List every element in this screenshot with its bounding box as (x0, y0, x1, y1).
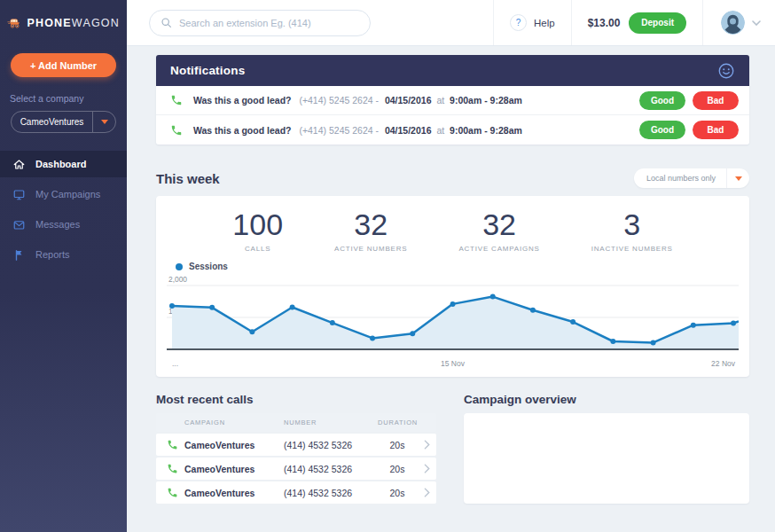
home-icon (12, 158, 26, 171)
campaign-overview-title: Campaign overview (464, 393, 749, 406)
stat-label: ACTIVE NUMBERS (334, 245, 407, 253)
call-row[interactable]: CameoVentures (414) 4532 5326 20s (156, 434, 436, 456)
campaign-overview-card (464, 413, 749, 504)
call-number: (414) 4532 5326 (284, 488, 378, 498)
help-button[interactable]: ? Help (493, 0, 571, 45)
call-row[interactable]: CameoVentures (414) 4532 5326 20s (156, 458, 436, 480)
company-select-value: CameoVentures (12, 117, 92, 127)
x-tick-label: 15 Nov (441, 359, 465, 368)
chart-legend: Sessions (176, 262, 740, 271)
chevron-right-icon[interactable] (424, 488, 430, 497)
sessions-chart-svg: 1,0002,000 (167, 273, 739, 358)
search-input[interactable] (179, 18, 359, 28)
sidebar-item-label: Messages (35, 219, 80, 230)
filter-caret (726, 168, 749, 188)
sidebar-nav: Dashboard My Campaigns Messages Reports (0, 151, 127, 271)
sidebar-item-label: Dashboard (35, 159, 86, 169)
bottom-section: Most recent calls CAMPAIGN NUMBER DURATI… (156, 393, 749, 504)
phone-icon (170, 124, 183, 137)
lead-date: 04/15/2016 (385, 95, 432, 106)
select-company-label: Select a company (10, 93, 127, 104)
lead-time: 9:00am - 9:28am (450, 125, 522, 136)
lead-question: Was this a good lead? (193, 95, 291, 106)
caret-down-icon (101, 120, 108, 124)
phone-icon (167, 487, 178, 498)
chart-x-axis-labels: ... 15 Nov 22 Nov (167, 358, 739, 370)
stat-inactive-numbers: 3 INACTIVE NUMBERS (591, 208, 673, 253)
this-week-header: This week Local numbers only (156, 168, 749, 188)
main-area: ? Help $13.00 Deposit Notifications Was (127, 0, 775, 532)
lead-at: at (436, 95, 444, 106)
question-mark-icon: ? (510, 14, 527, 31)
company-select-caret (92, 112, 115, 132)
search-box[interactable] (149, 10, 371, 36)
deposit-button[interactable]: Deposit (629, 12, 686, 34)
call-number: (414) 4532 5326 (284, 440, 378, 450)
weekly-stats-card: 100 CALLS 32 ACTIVE NUMBERS 32 ACTIVE CA… (156, 196, 749, 377)
stat-active-campaigns: 32 ACTIVE CAMPAIGNS (458, 208, 539, 253)
recent-calls-section: Most recent calls CAMPAIGN NUMBER DURATI… (156, 393, 436, 504)
calls-table-header: CAMPAIGN NUMBER DURATION (156, 413, 436, 432)
call-duration: 20s (378, 440, 417, 450)
notifications-panel: Notifications Was this a good lead? (+41… (156, 55, 749, 145)
wagon-icon (7, 12, 22, 35)
column-number: NUMBER (284, 419, 378, 426)
stat-active-numbers: 32 ACTIVE NUMBERS (334, 208, 407, 253)
recent-calls-title: Most recent calls (156, 393, 436, 406)
caret-down-icon (735, 176, 742, 181)
flag-icon (12, 248, 26, 262)
stat-value: 3 (591, 208, 673, 240)
svg-text:2,000: 2,000 (168, 275, 187, 284)
numbers-filter-value: Local numbers only (646, 174, 716, 183)
chevron-right-icon[interactable] (424, 464, 430, 473)
bad-button[interactable]: Bad (693, 121, 739, 139)
sidebar-item-dashboard[interactable]: Dashboard (0, 151, 127, 177)
brand-name: PHONEWAGON (27, 17, 120, 29)
chevron-right-icon[interactable] (424, 440, 430, 450)
phone-icon (167, 439, 178, 450)
smiley-icon[interactable] (717, 62, 735, 80)
lead-number: (+414) 5245 2624 - (299, 125, 379, 136)
sidebar-item-reports[interactable]: Reports (0, 241, 127, 268)
stat-label: INACTIVE NUMBERS (591, 245, 673, 253)
user-menu[interactable] (702, 0, 775, 45)
notification-item: Was this a good lead? (+414) 5245 2624 -… (156, 86, 749, 115)
this-week-title: This week (156, 171, 634, 186)
sidebar-item-label: My Campaigns (35, 189, 100, 200)
good-button[interactable]: Good (639, 91, 685, 110)
phone-icon (170, 94, 183, 106)
account-balance: $13.00 (588, 17, 621, 29)
brand-logo: PHONEWAGON (0, 0, 127, 46)
avatar[interactable] (721, 11, 745, 35)
monitor-icon (12, 188, 26, 201)
search-icon (160, 17, 172, 28)
campaign-overview-section: Campaign overview (464, 393, 749, 504)
x-tick-label: 22 Nov (711, 359, 735, 368)
stat-label: ACTIVE CAMPAIGNS (458, 245, 539, 253)
billing-section: $13.00 Deposit (571, 0, 702, 45)
legend-dot-icon (176, 263, 183, 270)
notifications-title: Notifications (170, 64, 717, 77)
bad-button[interactable]: Bad (693, 91, 739, 110)
add-number-button[interactable]: + Add Number (11, 53, 116, 77)
notification-text: Was this a good lead? (+414) 5245 2624 -… (193, 95, 639, 106)
x-tick-label: ... (172, 359, 178, 368)
sidebar-item-my-campaigns[interactable]: My Campaigns (0, 181, 127, 207)
stat-value: 32 (458, 208, 539, 240)
notifications-header: Notifications (156, 55, 749, 86)
notification-text: Was this a good lead? (+414) 5245 2624 -… (193, 125, 639, 136)
dashboard-content: Notifications Was this a good lead? (+41… (127, 46, 775, 532)
good-button[interactable]: Good (639, 121, 685, 139)
call-campaign: CameoVentures (184, 440, 284, 450)
lead-date: 04/15/2016 (385, 125, 432, 136)
envelope-icon (12, 218, 26, 231)
stats-row: 100 CALLS 32 ACTIVE NUMBERS 32 ACTIVE CA… (165, 208, 740, 253)
company-select[interactable]: CameoVentures (11, 111, 116, 133)
chevron-down-icon[interactable] (752, 20, 761, 26)
numbers-filter-dropdown[interactable]: Local numbers only (634, 168, 749, 188)
lead-number: (+414) 5245 2624 - (299, 95, 379, 106)
sidebar-item-messages[interactable]: Messages (0, 211, 127, 238)
call-duration: 20s (378, 488, 417, 498)
lead-question: Was this a good lead? (193, 125, 291, 136)
call-row[interactable]: CameoVentures (414) 4532 5326 20s (156, 481, 436, 504)
